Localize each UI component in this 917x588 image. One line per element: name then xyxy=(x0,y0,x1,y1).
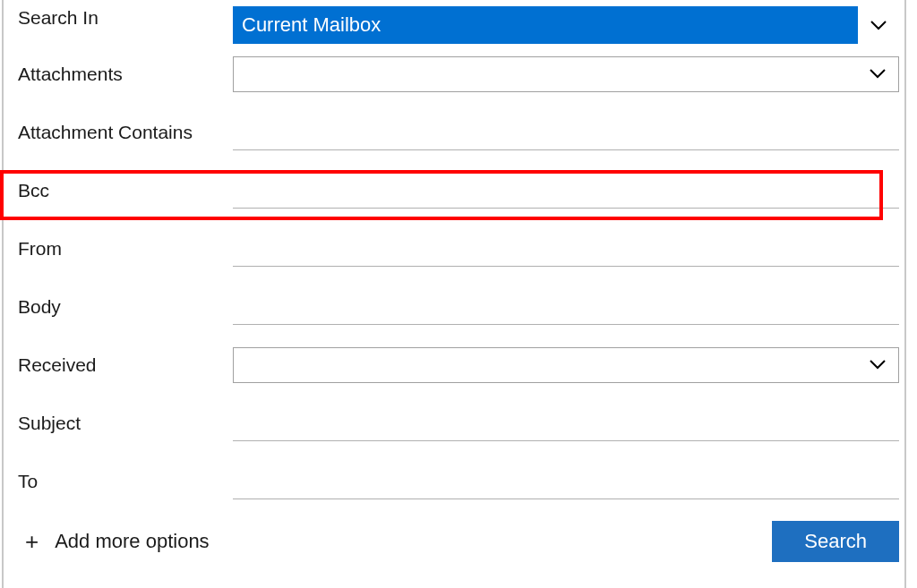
label-bcc: Bcc xyxy=(18,180,233,201)
row-search-in: Search In Current Mailbox xyxy=(0,0,917,45)
label-from: From xyxy=(18,238,233,260)
dropdown-search-in[interactable]: Current Mailbox xyxy=(233,7,899,43)
chevron-down-icon xyxy=(858,7,899,43)
input-attachment-contains[interactable] xyxy=(233,124,899,150)
label-to: To xyxy=(18,471,233,492)
row-received: Received xyxy=(0,336,917,394)
input-from[interactable] xyxy=(233,240,899,267)
label-search-in: Search In xyxy=(18,7,233,29)
row-attachments: Attachments xyxy=(0,45,917,103)
input-bcc[interactable] xyxy=(233,182,899,209)
add-more-label: Add more options xyxy=(55,530,209,553)
input-body[interactable] xyxy=(233,298,899,325)
row-to: To xyxy=(0,452,917,510)
label-attachment-contains: Attachment Contains xyxy=(18,122,233,143)
row-from: From xyxy=(0,219,917,277)
chevron-down-icon xyxy=(857,57,898,91)
dropdown-received-value xyxy=(234,360,857,371)
actions-row: + Add more options Search xyxy=(0,521,917,562)
input-subject[interactable] xyxy=(233,414,899,441)
input-to[interactable] xyxy=(233,473,899,499)
dropdown-search-in-value: Current Mailbox xyxy=(233,6,858,44)
chevron-down-icon xyxy=(857,348,898,382)
row-bcc: Bcc xyxy=(0,161,917,219)
row-subject: Subject xyxy=(0,394,917,452)
label-subject: Subject xyxy=(18,413,233,434)
dropdown-attachments[interactable] xyxy=(233,56,899,92)
label-attachments: Attachments xyxy=(18,64,233,85)
plus-icon: + xyxy=(25,528,39,556)
label-body: Body xyxy=(18,296,233,318)
dropdown-attachments-value xyxy=(234,69,857,80)
search-button[interactable]: Search xyxy=(772,521,899,562)
row-body: Body xyxy=(0,277,917,336)
advanced-search-form: Search In Current Mailbox Attachments At… xyxy=(0,0,917,562)
label-received: Received xyxy=(18,354,233,376)
right-divider xyxy=(904,0,906,588)
add-more-options-button[interactable]: + Add more options xyxy=(25,528,210,556)
row-attachment-contains: Attachment Contains xyxy=(0,103,917,161)
left-divider xyxy=(2,0,4,588)
dropdown-received[interactable] xyxy=(233,347,899,383)
